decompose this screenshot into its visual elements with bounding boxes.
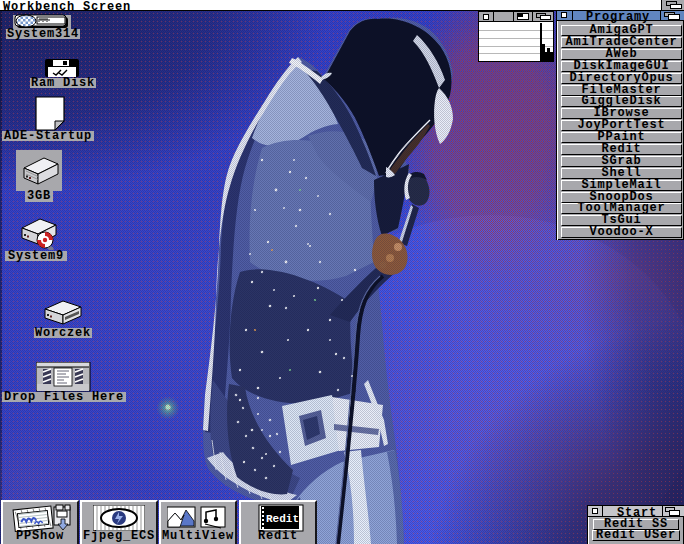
svg-text:Redit: Redit: [266, 513, 299, 525]
